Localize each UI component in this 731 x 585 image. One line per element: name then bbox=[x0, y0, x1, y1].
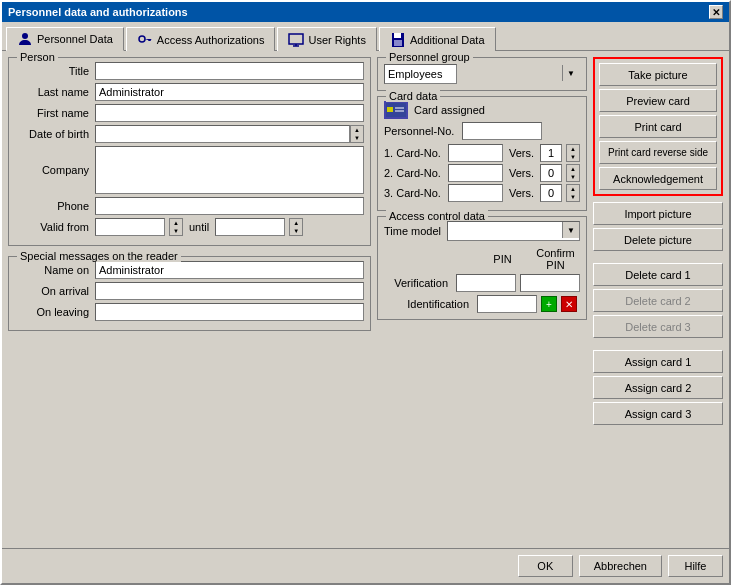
assign-card-1-button[interactable]: Assign card 1 bbox=[593, 350, 723, 373]
card3-vers-spinner[interactable]: ▲ ▼ bbox=[566, 184, 580, 202]
phone-label: Phone bbox=[15, 200, 95, 212]
main-window: Personnel data and authorizations ✕ Pers… bbox=[0, 0, 731, 585]
name-on-label: Name on bbox=[15, 264, 95, 276]
until-spinner[interactable]: ▲ ▼ bbox=[289, 218, 303, 236]
company-input[interactable] bbox=[95, 146, 364, 194]
pin-col-label: PIN bbox=[478, 253, 527, 265]
valid-from-down-arrow[interactable]: ▼ bbox=[170, 227, 182, 235]
on-leaving-input[interactable] bbox=[95, 303, 364, 321]
right-panel: Take picture Preview card Print card Pri… bbox=[593, 57, 723, 542]
mid-panel: Personnel group Employees Management Vis… bbox=[377, 57, 587, 542]
until-input[interactable] bbox=[215, 218, 285, 236]
name-on-input[interactable] bbox=[95, 261, 364, 279]
key-icon bbox=[137, 32, 153, 48]
card2-vers-input[interactable] bbox=[540, 164, 562, 182]
valid-from-input[interactable] bbox=[95, 218, 165, 236]
verification-pin-input[interactable] bbox=[456, 274, 516, 292]
card-assigned-text: Card assigned bbox=[414, 104, 485, 116]
until-up-arrow[interactable]: ▲ bbox=[290, 219, 302, 227]
card-icon bbox=[384, 101, 408, 119]
tab-personnel-data[interactable]: Personnel Data bbox=[6, 27, 124, 51]
card2-vers-up[interactable]: ▲ bbox=[567, 165, 579, 173]
on-arrival-input[interactable] bbox=[95, 282, 364, 300]
close-button[interactable]: ✕ bbox=[709, 5, 723, 19]
dob-down-arrow[interactable]: ▼ bbox=[351, 134, 363, 142]
card3-vers-down[interactable]: ▼ bbox=[567, 193, 579, 201]
assign-card-3-button[interactable]: Assign card 3 bbox=[593, 402, 723, 425]
card1-vers-down[interactable]: ▼ bbox=[567, 153, 579, 161]
tabs-bar: Personnel Data Access Authorizations Use… bbox=[2, 22, 729, 50]
special-messages-group: Special messages on the reader Name on O… bbox=[8, 256, 371, 331]
identification-remove-button[interactable]: ✕ bbox=[561, 296, 577, 312]
ok-button[interactable]: OK bbox=[518, 555, 573, 577]
tab-additional-data[interactable]: Additional Data bbox=[379, 27, 496, 51]
separator-1 bbox=[593, 254, 723, 260]
card1-vers-spinner[interactable]: ▲ ▼ bbox=[566, 144, 580, 162]
print-card-button[interactable]: Print card bbox=[599, 115, 717, 138]
identification-input[interactable] bbox=[477, 295, 537, 313]
tab-access-authorizations[interactable]: Access Authorizations bbox=[126, 27, 276, 51]
tab-user-rights[interactable]: User Rights bbox=[277, 27, 376, 51]
person-icon bbox=[17, 31, 33, 47]
time-model-combo[interactable] bbox=[447, 221, 580, 241]
verification-confirm-input[interactable] bbox=[520, 274, 580, 292]
title-input[interactable] bbox=[95, 62, 364, 80]
phone-input[interactable] bbox=[95, 197, 364, 215]
card-data-group: Card data Card assigned Personnel-No. bbox=[377, 96, 587, 211]
preview-card-button[interactable]: Preview card bbox=[599, 89, 717, 112]
lastname-input[interactable] bbox=[95, 83, 364, 101]
svg-point-0 bbox=[22, 33, 28, 39]
acknowledgement-button[interactable]: Acknowledgement bbox=[599, 167, 717, 190]
lastname-label: Last name bbox=[15, 86, 95, 98]
card-assigned-row: Card assigned bbox=[384, 101, 580, 119]
card1-vers-input[interactable] bbox=[540, 144, 562, 162]
delete-picture-button[interactable]: Delete picture bbox=[593, 228, 723, 251]
firstname-row: First name bbox=[15, 104, 364, 122]
diskette-icon bbox=[390, 32, 406, 48]
content-area: Person Title Last name First name Date o… bbox=[2, 50, 729, 548]
on-arrival-row: On arrival bbox=[15, 282, 364, 300]
assign-card-2-button[interactable]: Assign card 2 bbox=[593, 376, 723, 399]
dob-input[interactable] bbox=[95, 125, 350, 143]
left-panel: Person Title Last name First name Date o… bbox=[8, 57, 371, 542]
card2-vers-spinner[interactable]: ▲ ▼ bbox=[566, 164, 580, 182]
time-model-label: Time model bbox=[384, 225, 441, 237]
take-picture-button[interactable]: Take picture bbox=[599, 63, 717, 86]
on-leaving-row: On leaving bbox=[15, 303, 364, 321]
delete-card-3-button[interactable]: Delete card 3 bbox=[593, 315, 723, 338]
confirm-pin-col-label: Confirm PIN bbox=[531, 247, 580, 271]
card2-input[interactable] bbox=[448, 164, 503, 182]
highlighted-buttons-group: Take picture Preview card Print card Pri… bbox=[593, 57, 723, 196]
special-messages-label: Special messages on the reader bbox=[17, 250, 181, 262]
identification-add-button[interactable]: + bbox=[541, 296, 557, 312]
delete-card-2-button[interactable]: Delete card 2 bbox=[593, 289, 723, 312]
card3-input[interactable] bbox=[448, 184, 503, 202]
card2-vers-down[interactable]: ▼ bbox=[567, 173, 579, 181]
firstname-input[interactable] bbox=[95, 104, 364, 122]
card3-vers-up[interactable]: ▲ bbox=[567, 185, 579, 193]
card-svg bbox=[386, 103, 406, 117]
print-card-reverse-button[interactable]: Print card reverse side bbox=[599, 141, 717, 164]
svg-rect-4 bbox=[394, 33, 401, 38]
import-picture-button[interactable]: Import picture bbox=[593, 202, 723, 225]
on-leaving-label: On leaving bbox=[15, 306, 95, 318]
personnel-group-box: Personnel group Employees Management Vis… bbox=[377, 57, 587, 91]
svg-rect-2 bbox=[289, 34, 303, 44]
card1-input[interactable] bbox=[448, 144, 503, 162]
cancel-button[interactable]: Abbrechen bbox=[579, 555, 662, 577]
name-on-row: Name on bbox=[15, 261, 364, 279]
delete-card-1-button[interactable]: Delete card 1 bbox=[593, 263, 723, 286]
until-down-arrow[interactable]: ▼ bbox=[290, 227, 302, 235]
valid-from-spinner[interactable]: ▲ ▼ bbox=[169, 218, 183, 236]
help-button[interactable]: Hilfe bbox=[668, 555, 723, 577]
dob-spinner[interactable]: ▲ ▼ bbox=[350, 125, 364, 143]
card3-vers-input[interactable] bbox=[540, 184, 562, 202]
dob-row: Date of birth ▲ ▼ bbox=[15, 125, 364, 143]
verification-row: Verification bbox=[388, 274, 580, 292]
until-label: until bbox=[189, 221, 209, 233]
personnel-group-combo[interactable]: Employees Management Visitors bbox=[384, 64, 457, 84]
valid-from-up-arrow[interactable]: ▲ bbox=[170, 219, 182, 227]
dob-up-arrow[interactable]: ▲ bbox=[351, 126, 363, 134]
personnel-no-input[interactable] bbox=[462, 122, 542, 140]
card1-vers-up[interactable]: ▲ bbox=[567, 145, 579, 153]
